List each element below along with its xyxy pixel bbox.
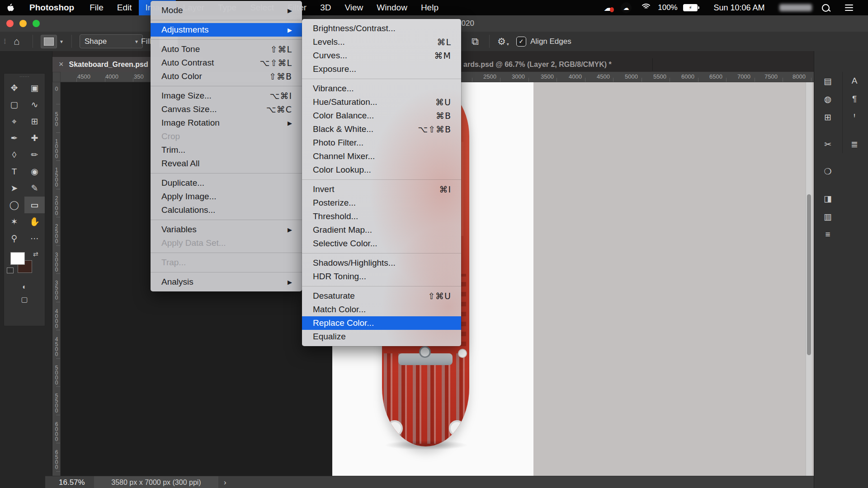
clone-stamp-tool[interactable]: ◉ (24, 163, 45, 180)
menu-item-shadows-highlights[interactable]: Shadows/Highlights... (302, 256, 461, 270)
menubar-item-photoshop[interactable]: Photoshop (21, 0, 83, 15)
pen-tool[interactable]: ✎ (24, 180, 45, 197)
quick-mask-button[interactable]: ◐ (22, 283, 27, 291)
wifi-icon[interactable] (638, 0, 654, 15)
tool-preset-picker[interactable]: ▾ (41, 32, 63, 51)
menu-item-posterize[interactable]: Posterize... (302, 196, 461, 210)
menu-item-calculations[interactable]: Calculations... (151, 203, 302, 217)
status-chevron-icon[interactable]: › (224, 476, 226, 488)
path-selection-tool[interactable]: ➤ (4, 180, 24, 197)
menu-item-equalize[interactable]: Equalize (302, 330, 461, 343)
align-edges-checkbox[interactable]: ✓ Align Edges (516, 32, 571, 51)
menu-item-image-rotation[interactable]: Image Rotation▶ (151, 116, 302, 130)
menu-item-levels[interactable]: Levels...⌘L (302, 35, 461, 49)
layers-panel-icon[interactable]: ≣ (844, 135, 864, 153)
menu-item-photo-filter[interactable]: Photo Filter... (302, 136, 461, 150)
home-icon[interactable]: ⌂ (14, 32, 19, 51)
occluded-document-title[interactable]: ards.psd @ 66.7% (Layer 2, RGB/8/CMYK) * (463, 57, 612, 72)
character-panel-icon[interactable]: A (844, 72, 864, 90)
vertical-ruler[interactable]: 0 500 1000 1500 2000 2500 3000 3500 4000… (52, 82, 61, 488)
scissors-panel-icon[interactable]: ✂ (818, 135, 838, 153)
menu-item-reveal-all[interactable]: Reveal All (151, 157, 302, 170)
menu-item-color-lookup[interactable]: Color Lookup... (302, 163, 461, 177)
eraser-tool[interactable]: ◊ (4, 146, 24, 163)
zoom-tool[interactable]: ⚲ (4, 230, 24, 247)
menu-item-duplicate[interactable]: Duplicate... (151, 176, 302, 190)
menu-item-variables[interactable]: Variables▶ (151, 223, 302, 236)
eyedropper-tool[interactable]: ✒ (4, 130, 24, 146)
notes-panel-icon[interactable]: ≡ (818, 225, 838, 244)
panel-grip[interactable]: ⋯⋯ (4, 74, 45, 80)
menubar-item-file[interactable]: File (83, 0, 110, 15)
menu-item-auto-color[interactable]: Auto Color⇧⌘B (151, 70, 302, 83)
menu-item-apply-image[interactable]: Apply Image... (151, 190, 302, 203)
lasso-tool[interactable]: ∿ (24, 96, 45, 113)
menu-item-curves[interactable]: Curves...⌘M (302, 49, 461, 62)
menubar-item-edit[interactable]: Edit (110, 0, 139, 15)
object-selection-tool[interactable]: ⌖ (4, 113, 24, 130)
menu-item-exposure[interactable]: Exposure... (302, 62, 461, 76)
marquee-tool[interactable]: ▢ (4, 96, 24, 113)
foreground-color-swatch[interactable] (10, 252, 25, 265)
menu-item-match-color[interactable]: Match Color... (302, 303, 461, 316)
menu-item-hdr-toning[interactable]: HDR Toning... (302, 270, 461, 283)
frame-tool[interactable]: ▣ (24, 80, 45, 96)
menu-item-replace-color[interactable]: Replace Color... (302, 316, 461, 330)
screen-mode-button[interactable]: ▢ (21, 295, 28, 304)
menu-item-auto-tone[interactable]: Auto Tone⇧⌘L (151, 42, 302, 56)
close-tab-icon[interactable]: × (59, 60, 64, 69)
menu-item-black-white[interactable]: Black & White...⌥⇧⌘B (302, 122, 461, 136)
menubar-item-help[interactable]: Help (414, 0, 445, 15)
shape-settings-gear-icon[interactable]: ⚙ ▾ (497, 32, 509, 51)
custom-shape-tool[interactable]: ✶ (4, 213, 24, 230)
menu-item-canvas-size[interactable]: Canvas Size...⌥⌘C (151, 103, 302, 116)
color-wheel-panel-icon[interactable]: ◍ (818, 90, 838, 108)
menu-item-gradient-map[interactable]: Gradient Map... (302, 223, 461, 237)
grid-panel-icon[interactable]: ⊞ (818, 108, 838, 126)
swap-colors-icon[interactable]: ⇄ (33, 250, 38, 258)
menu-item-desaturate[interactable]: Desaturate⇧⌘U (302, 289, 461, 303)
menu-item-color-balance[interactable]: Color Balance...⌘B (302, 109, 461, 122)
glyphs-panel-icon[interactable]: Ꞌ (844, 108, 864, 126)
menubar-item-view[interactable]: View (338, 0, 370, 15)
ellipse-tool[interactable]: ◯ (4, 197, 24, 213)
apple-menu[interactable] (0, 4, 21, 12)
path-operations-button[interactable]: ⧉ (472, 32, 479, 51)
menu-item-adjustments[interactable]: Adjustments▶ (151, 23, 302, 37)
ruler-origin-corner[interactable] (52, 72, 61, 82)
menu-item-trim[interactable]: Trim... (151, 143, 302, 157)
type-tool[interactable]: T (4, 163, 24, 180)
control-center-icon[interactable] (839, 0, 859, 15)
menu-item-vibrance[interactable]: Vibrance... (302, 82, 461, 95)
lightbulb-panel-icon[interactable]: ❍ (818, 162, 838, 180)
menu-item-analysis[interactable]: Analysis▶ (151, 275, 302, 289)
menu-item-brightness-contrast[interactable]: Brightness/Contrast... (302, 22, 461, 35)
sync-error-cloud-icon[interactable]: ☁ (600, 0, 616, 15)
default-colors-icon[interactable] (7, 267, 14, 273)
brush-tool[interactable]: ✏ (24, 146, 45, 163)
rectangle-tool[interactable]: ▭ (24, 197, 45, 213)
menubar-item-3d[interactable]: 3D (313, 0, 338, 15)
menu-item-mode[interactable]: Mode▶ (151, 4, 302, 17)
move-tool[interactable]: ✥ (4, 80, 24, 96)
healing-brush-tool[interactable]: ✚ (24, 130, 45, 146)
spotlight-search-icon[interactable] (817, 0, 834, 15)
crop-tool[interactable]: ⊞ (24, 113, 45, 130)
options-grip[interactable]: ⁞⁞ (4, 32, 5, 51)
paragraph-panel-icon[interactable]: ¶ (844, 90, 864, 108)
info-panel-icon[interactable]: ▥ (818, 207, 838, 225)
menu-item-image-size[interactable]: Image Size...⌥⌘I (151, 89, 302, 103)
histogram-panel-icon[interactable]: ▤ (818, 72, 838, 90)
menu-item-hue-saturation[interactable]: Hue/Saturation...⌘U (302, 95, 461, 109)
menu-item-invert[interactable]: Invert⌘I (302, 183, 461, 196)
more-tools-button[interactable]: ⋯ (24, 230, 45, 247)
hand-tool[interactable]: ✋ (24, 213, 45, 230)
menubar-clock[interactable]: Sun 10:06 AM (705, 0, 773, 15)
vertical-scrollbar[interactable] (806, 82, 812, 484)
menubar-item-window[interactable]: Window (370, 0, 414, 15)
zoom-level-field[interactable]: 16.57% (59, 476, 85, 488)
document-info[interactable]: 3580 px x 7000 px (300 ppi) (94, 476, 218, 488)
menu-item-channel-mixer[interactable]: Channel Mixer... (302, 150, 461, 163)
tool-mode-select[interactable]: Shape ▾ (80, 32, 143, 51)
creative-cloud-icon[interactable]: ☁ (618, 0, 634, 15)
